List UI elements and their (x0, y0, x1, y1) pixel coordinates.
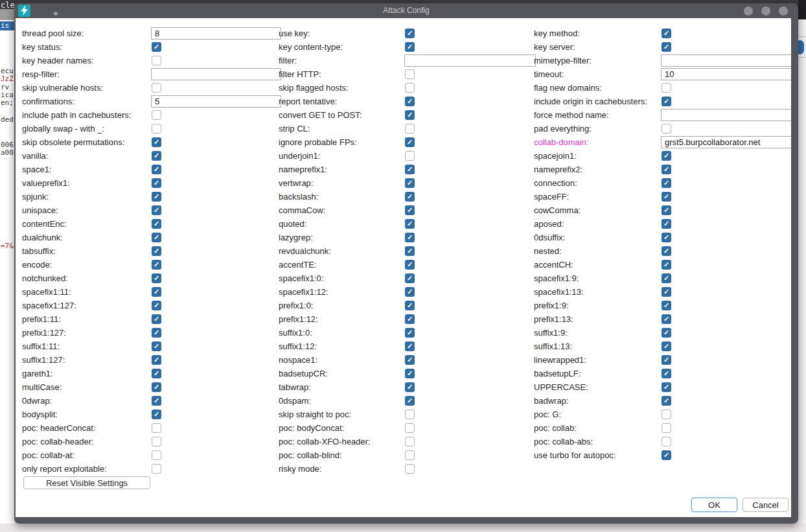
text-input[interactable] (661, 54, 791, 67)
config-row: accentCH:✓ (16, 258, 791, 272)
cancel-button[interactable]: Cancel (743, 498, 789, 512)
config-row: spaceFF:✓ (16, 190, 791, 203)
config-label: pad everything: (534, 122, 592, 135)
checkbox[interactable]: ✓ (662, 42, 671, 52)
window-button-close[interactable] (779, 6, 788, 16)
config-label: suffix1:13: (534, 340, 572, 353)
checkbox[interactable]: ✓ (662, 273, 671, 283)
config-row: UPPERCASE:✓ (16, 380, 791, 394)
config-label: spaceFF: (534, 190, 569, 203)
config-label: poc: collab-abs: (534, 435, 593, 448)
background-right-strip (798, 18, 806, 524)
background-text-fragment: en; (1, 98, 14, 107)
window-button-maximize[interactable] (761, 6, 770, 16)
checkbox[interactable]: ✓ (662, 355, 671, 365)
checkbox[interactable]: ✓ (662, 233, 671, 242)
ok-button[interactable]: OK (691, 498, 737, 512)
checkbox[interactable]: ✓ (662, 165, 671, 174)
window-button-minimize[interactable] (744, 6, 753, 16)
config-row: key server:✓ (16, 40, 791, 54)
checkbox[interactable] (662, 423, 671, 433)
background-left-strip: is cecuJzZrv :icaen;ded006a00=7& (0, 9, 14, 524)
config-row: nested:✓ (16, 244, 791, 258)
checkbox[interactable]: ✓ (662, 29, 671, 38)
checkbox[interactable]: ✓ (662, 301, 671, 310)
checkbox[interactable]: ✓ (662, 192, 671, 202)
config-label: connection: (534, 176, 577, 190)
checkbox[interactable]: ✓ (662, 97, 671, 106)
config-row: force method name: (16, 108, 791, 122)
config-label: cowComma: (534, 203, 581, 217)
checkbox[interactable]: ✓ (662, 260, 671, 270)
config-label: spacefix1:9: (534, 272, 579, 285)
background-text-fragment: is c (0, 21, 14, 30)
background-toolbar-sliver (0, 9, 14, 20)
config-label: include origin in cachebusters: (534, 95, 647, 108)
background-text-fragment: cle (1, 1, 15, 10)
checkbox[interactable] (405, 464, 415, 474)
checkbox[interactable]: ✓ (662, 382, 671, 392)
config-label: prefix1:9: (534, 299, 568, 312)
config-row: poc: collab: (16, 421, 791, 435)
checkbox[interactable] (662, 437, 671, 446)
text-input[interactable] (661, 68, 791, 80)
config-row: key method:✓ (16, 27, 791, 40)
checkbox[interactable]: ✓ (662, 450, 671, 460)
background-text-fragment: ded (1, 115, 14, 124)
checkbox[interactable]: ✓ (662, 396, 671, 406)
dialog-content: thread pool size:key status:✓key header … (16, 18, 791, 517)
checkbox[interactable]: ✓ (662, 287, 671, 297)
checkbox[interactable]: ✓ (662, 246, 671, 256)
checkbox[interactable]: ✓ (662, 341, 671, 351)
config-label: collab-domain: (534, 135, 589, 149)
config-label: badwrap: (534, 394, 568, 408)
config-row: include origin in cachebusters:✓ (16, 95, 791, 108)
checkbox[interactable]: ✓ (662, 219, 671, 229)
checkbox[interactable]: ✓ (662, 328, 671, 338)
config-row: prefix1:9:✓ (16, 299, 791, 312)
config-row: suffix1:13:✓ (16, 340, 791, 353)
checkbox[interactable] (662, 83, 671, 93)
config-label: aposed: (534, 217, 564, 231)
config-row: badwrap:✓ (16, 394, 791, 408)
titlebar[interactable]: Attack Config (14, 3, 798, 18)
config-label: poc: collab: (534, 421, 577, 435)
config-row: risky mode: (16, 462, 791, 476)
config-row: 0dsuffix:✓ (16, 231, 791, 244)
checkbox[interactable] (662, 410, 671, 419)
config-row: suffix1:9:✓ (16, 326, 791, 340)
text-input[interactable] (661, 136, 791, 148)
config-row: flag new domains: (16, 81, 791, 95)
config-label: poc: G: (534, 408, 561, 421)
reset-visible-settings-button[interactable]: Reset Visible Settings (23, 476, 150, 489)
config-row: cowComma:✓ (16, 203, 791, 217)
config-row: badsetupLF:✓ (16, 367, 791, 380)
text-input[interactable] (661, 109, 791, 121)
config-label: force method name: (534, 108, 609, 122)
config-label: suffix1:9: (534, 326, 568, 340)
config-row: linewrapped1:✓ (16, 353, 791, 367)
config-label: prefix1:13: (534, 312, 573, 326)
config-label: key server: (534, 40, 575, 54)
config-row: spacefix1:13:✓ (16, 285, 791, 299)
config-row: mimetype-filter: (16, 54, 791, 67)
config-row: timeout: (16, 67, 791, 81)
config-label: timeout: (534, 67, 564, 81)
config-label: nested: (534, 244, 562, 258)
checkbox[interactable]: ✓ (662, 178, 671, 188)
checkbox[interactable]: ✓ (662, 205, 671, 215)
checkbox[interactable]: ✓ (662, 369, 671, 378)
checkbox[interactable]: ✓ (662, 151, 671, 161)
background-bottom-strip (0, 524, 806, 532)
checkbox[interactable]: ✓ (662, 314, 671, 324)
config-label: spacefix1:13: (534, 285, 584, 299)
config-row: spacefix1:9:✓ (16, 272, 791, 285)
config-label: spacejoin1: (534, 149, 577, 163)
config-label: UPPERCASE: (534, 380, 588, 394)
config-row: prefix1:13:✓ (16, 312, 791, 326)
config-label: flag new domains: (534, 81, 602, 95)
background-corner (798, 0, 806, 19)
checkbox[interactable] (662, 124, 671, 133)
attack-config-dialog: Attack Config thread pool size:key statu… (14, 3, 798, 524)
config-label: accentCH: (534, 258, 573, 272)
